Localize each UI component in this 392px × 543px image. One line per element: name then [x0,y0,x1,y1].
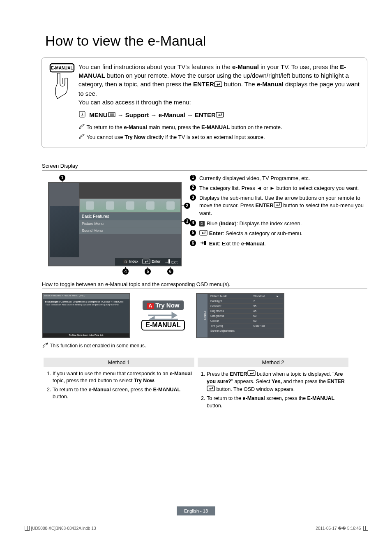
method1-heading: Method 1 [44,358,194,367]
legend-1: Currently displayed video, TV Programme,… [199,175,367,182]
callout-4: 4 [122,268,129,275]
method2-heading: Method 2 [198,358,348,367]
remote-illustration: E-MANUAL [46,62,78,142]
screen-display-heading: Screen Display [42,163,367,171]
note-1: To return to the e-Manual main menu, pre… [78,123,360,132]
tv-category: Basic Features [79,213,181,220]
svg-rect-11 [143,259,150,264]
callout-3: 3 [184,218,190,224]
callout-5: 5 [145,268,151,275]
svg-rect-10 [216,112,224,117]
legend-4: D Blue (Index): Displays the index scree… [199,220,367,227]
intro-paragraph-2: You can also access it through the menu: [78,98,360,106]
legend: 1Currently displayed video, TV Programme… [190,175,367,266]
toggle-arrows: ATry Now E-MANUAL [134,300,192,330]
enter-icon [216,111,224,120]
svg-rect-12 [274,202,281,207]
intro-box: E-MANUAL You can find instructions about… [41,57,367,148]
osd-table: Picture Mode: Standard► Backlight: 7 Con… [209,294,283,333]
menu-icon [108,111,116,120]
svg-rect-15 [248,371,255,376]
callout-2: 2 [184,203,190,209]
tv-submenu-1: Picture Menu [79,220,181,227]
method1-steps: If you want to use the menu that corresp… [42,370,196,411]
legend-3: Displays the sub-menu list. Use the arro… [199,194,367,217]
svg-rect-4 [214,82,222,87]
emanual-button[interactable]: E-MANUAL [141,320,184,330]
svg-rect-14 [204,241,206,245]
emanual-screenshot: Basic Features > Picture Menu (3/17) ■ B… [42,293,130,338]
document-footer: [UD5000-XC]BN68-03432A.indb 13 2011-05-1… [25,526,367,531]
note-2: You cannot use Try Now directly if the T… [78,133,360,141]
hand-icon [78,111,86,120]
try-now-button[interactable]: ATry Now [143,300,183,310]
screen-diagram: 1 Basic Features Picture Menu Sound Menu… [42,175,190,266]
svg-rect-16 [207,386,214,391]
callout-1: 1 [59,175,65,181]
tv-submenu-2: Sound Menu [79,227,181,234]
osd-screenshot: Picture Picture Mode: Standard► Backligh… [196,293,284,338]
legend-5: Enter: Selects a category or sub-menu. [199,230,367,238]
function-note: This function is not enabled in some men… [42,342,367,349]
toggle-heading: How to toggle between an e-Manual topic … [42,281,367,289]
page-title: How to view the e-Manual [45,33,367,49]
method2-steps: Press the ENTER button when a topic is d… [196,370,350,411]
note-icon [78,124,85,132]
legend-6: Exit: Exit the e-Manual. [199,240,367,248]
callout-6: 6 [167,268,173,275]
legend-2: The category list. Press ◄ or ► button t… [199,185,367,192]
svg-rect-13 [200,230,207,235]
svg-text:E-MANUAL: E-MANUAL [51,66,73,70]
page-footer: English - 13 [0,507,392,514]
note-icon [78,134,85,142]
menu-path: MENU → Support → e-Manual → ENTER [78,111,360,120]
enter-icon [214,81,222,89]
intro-paragraph-1: You can find instructions about your TV'… [78,62,360,98]
